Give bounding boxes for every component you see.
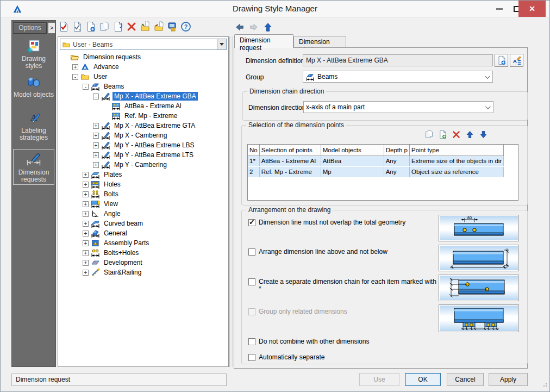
forward-arrow-icon[interactable] — [249, 22, 259, 32]
tree-item[interactable]: +Advance — [59, 62, 228, 72]
checkbox-box[interactable] — [248, 354, 255, 361]
checkbox-box[interactable] — [248, 278, 255, 285]
tree-expander[interactable]: + — [83, 240, 89, 246]
group-combobox[interactable]: Beams — [303, 71, 493, 83]
tree-expander[interactable]: + — [83, 172, 89, 178]
checkbox-box[interactable] — [248, 338, 255, 345]
tree-item[interactable]: +Bolts — [59, 189, 228, 199]
minimize-button[interactable] — [491, 1, 508, 17]
table-row[interactable]: 1* AttBea - Extreme Al AttBea Any Extrem… — [248, 155, 504, 166]
tree-item[interactable]: Ref. Mp - Extreme — [59, 111, 228, 121]
tree-item[interactable]: +Development — [59, 258, 228, 267]
titlebar[interactable]: Drawing Style Manager ✕ — [1, 1, 549, 17]
close-button[interactable]: ✕ — [518, 1, 546, 17]
col-selection-of-points[interactable]: Selection of points — [259, 145, 321, 155]
tree-expander[interactable]: + — [83, 270, 89, 276]
dimension-definition-field[interactable]: Mp X - AttBea Extreme GBA — [303, 54, 493, 66]
paste-style-icon[interactable] — [112, 21, 123, 32]
col-depth-position[interactable]: Depth p — [384, 145, 409, 155]
tree-expander[interactable]: + — [93, 133, 99, 139]
panel-splitter[interactable] — [229, 36, 233, 367]
sidebar-item-dimension-requests[interactable]: Dimension requests — [13, 149, 54, 185]
col-point-type[interactable]: Point type — [409, 145, 503, 155]
cell-model-objects[interactable]: AttBea — [321, 155, 384, 166]
cell-no[interactable]: 2 — [248, 166, 259, 177]
tree-item[interactable]: +Holes — [59, 179, 228, 189]
dimension-direction-combobox[interactable]: x-axis of a main part — [303, 101, 493, 113]
back-arrow-icon[interactable] — [235, 22, 245, 32]
tree-item[interactable]: +Mp Y - AttBea Extreme LTS — [59, 150, 228, 160]
cell-depth[interactable]: Any — [384, 166, 409, 177]
cell-selection[interactable]: AttBea - Extreme Al — [259, 155, 321, 166]
tree-expander[interactable]: + — [83, 211, 89, 217]
cell-point-type[interactable]: Object size as reference — [409, 166, 503, 177]
tree-item[interactable]: +Stair&Railing — [59, 267, 228, 277]
move-up-icon[interactable] — [465, 130, 474, 139]
tree-item-selected[interactable]: -Mp X - AttBea Extreme GBA — [59, 91, 228, 101]
tab-dimension-label[interactable]: Dimension label — [293, 36, 346, 47]
cell-depth[interactable]: Any — [384, 155, 409, 166]
checkbox-no-overlap[interactable]: Dimension line must not overlap the tota… — [248, 219, 405, 226]
tree-item[interactable]: +Bolts+Holes — [59, 248, 228, 258]
help-icon[interactable]: ? — [180, 21, 191, 32]
cell-point-type[interactable]: Extreme size of the objects in dir — [409, 155, 503, 166]
col-no[interactable]: No — [248, 145, 259, 155]
tree-item[interactable]: +Mp Y - AttBea Extreme LBS — [59, 140, 228, 150]
tree-item[interactable]: +View — [59, 199, 228, 209]
checkbox-above-not-below[interactable]: Arrange dimension line above and not bel… — [248, 248, 388, 256]
move-down-icon[interactable] — [479, 130, 488, 139]
new-style-icon[interactable] — [85, 21, 96, 32]
checkbox-group-related[interactable]: Group only related dimensions — [248, 308, 347, 315]
checkbox-box[interactable] — [248, 308, 255, 315]
add-row-icon[interactable] — [438, 130, 447, 139]
check-style-icon[interactable] — [72, 21, 83, 32]
delete-style-icon[interactable] — [126, 21, 137, 32]
export-style-icon[interactable] — [153, 21, 164, 32]
checkbox-separate-chain[interactable]: Create a separate dimension chain for ea… — [248, 278, 438, 293]
tree-expander[interactable]: + — [83, 191, 89, 197]
tree-expander[interactable]: + — [83, 260, 89, 266]
checkbox-box[interactable] — [248, 219, 255, 226]
tree-item[interactable]: +Mp X - Cambering — [59, 130, 228, 140]
checkbox-no-combine[interactable]: Do not combine with other dimensions — [248, 338, 369, 345]
options-expander-button[interactable]: > — [48, 22, 55, 34]
checkbox-box[interactable] — [248, 248, 255, 256]
sidebar-item-model-objects[interactable]: Model objects — [13, 75, 54, 98]
cell-selection[interactable]: Ref. Mp - Extreme — [259, 166, 321, 177]
tree-item[interactable]: -User — [59, 72, 228, 82]
tree-item[interactable]: -Beams — [59, 82, 228, 91]
cancel-button[interactable]: Cancel — [447, 373, 484, 386]
cell-model-objects[interactable]: Mp — [321, 166, 384, 177]
tree-item[interactable]: +Curved beam — [59, 219, 228, 228]
tree-expander[interactable]: + — [93, 152, 99, 158]
import-style-icon[interactable] — [140, 21, 151, 32]
col-model-objects[interactable]: Model objects — [321, 145, 384, 155]
sidebar-item-labeling-strategies[interactable]: A Labeling strategies — [13, 111, 54, 141]
table-row[interactable]: 2 Ref. Mp - Extreme Mp Any Object size a… — [248, 166, 504, 177]
options-button[interactable]: Options — [13, 22, 47, 34]
tree-expander[interactable]: + — [83, 250, 89, 256]
up-arrow-icon[interactable] — [263, 22, 273, 32]
tree-expander[interactable]: - — [93, 94, 99, 99]
apply-button[interactable]: Apply — [489, 373, 528, 386]
tree-expander[interactable]: + — [93, 142, 99, 148]
tree-expander[interactable]: + — [83, 182, 89, 188]
new-definition-button[interactable] — [495, 54, 508, 67]
copy-style-icon[interactable] — [99, 21, 110, 32]
delete-row-icon[interactable] — [452, 130, 461, 139]
tree-expander[interactable]: + — [93, 162, 99, 168]
confirm-style-icon[interactable] — [58, 21, 69, 32]
checkbox-auto-separate[interactable]: Automatically separate — [248, 354, 324, 361]
tree-item[interactable]: +Mp Y - Cambering — [59, 160, 228, 170]
transfer-style-icon[interactable] — [167, 21, 178, 32]
tab-dimension-request[interactable]: Dimension request — [234, 34, 293, 48]
style-path-combobox[interactable]: User - Beams — [60, 39, 227, 50]
use-button[interactable]: Use — [359, 373, 399, 386]
tree-expander[interactable]: - — [83, 84, 89, 90]
tree-expander[interactable]: + — [72, 64, 78, 70]
tree-expander[interactable]: + — [93, 123, 99, 129]
tree-item[interactable]: +Plates — [59, 170, 228, 179]
cell-no[interactable]: 1* — [248, 155, 259, 166]
tree-item[interactable]: AttBea - Extreme Al — [59, 101, 228, 111]
tree-item[interactable]: +General — [59, 228, 228, 238]
